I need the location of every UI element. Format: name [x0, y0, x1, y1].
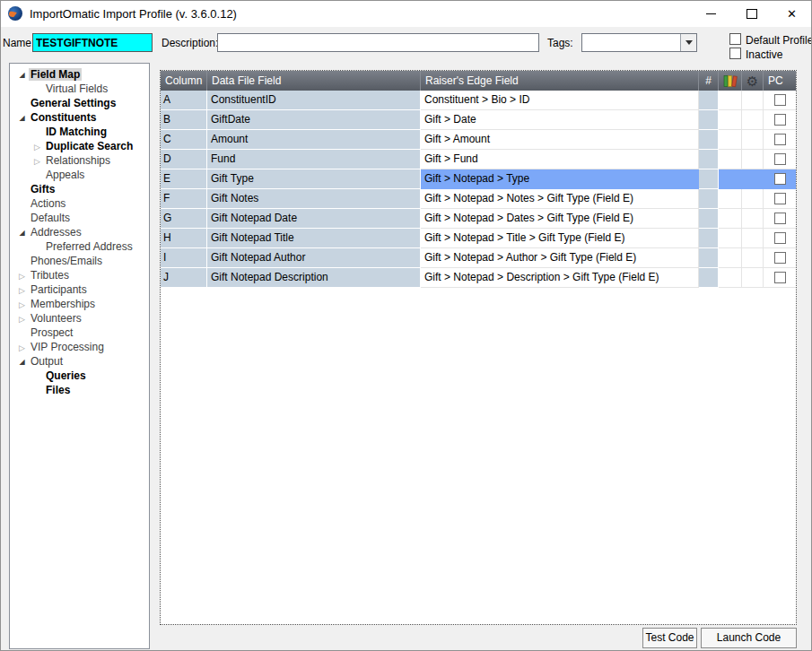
cell-dictionary[interactable] — [719, 189, 742, 209]
sidebar-item-constituents[interactable]: Constituents — [10, 110, 149, 125]
sidebar-item-vip-processing[interactable]: VIP Processing — [10, 340, 149, 354]
sidebar-item-general-settings[interactable]: General Settings — [10, 96, 149, 110]
sidebar-item-addresses[interactable]: Addresses — [10, 225, 149, 239]
cell-number[interactable] — [699, 189, 719, 209]
pc-checkbox[interactable] — [774, 193, 786, 204]
cell-data-file-field[interactable]: Fund — [207, 150, 421, 169]
cell-column-letter[interactable]: D — [161, 150, 207, 169]
sidebar-item-output[interactable]: Output — [10, 354, 149, 369]
sidebar-item-memberships[interactable]: Memberships — [10, 297, 149, 311]
cell-data-file-field[interactable]: GiftDate — [207, 110, 421, 130]
pc-checkbox[interactable] — [774, 134, 786, 145]
cell-function[interactable] — [742, 189, 764, 209]
cell-number[interactable] — [699, 130, 719, 150]
sidebar-item-duplicate-search[interactable]: Duplicate Search — [10, 139, 149, 153]
sidebar-item-appeals[interactable]: Appeals — [10, 168, 149, 182]
cell-raisers-edge-field[interactable]: Gift > Date — [421, 110, 699, 130]
cell-dictionary[interactable] — [719, 268, 742, 288]
minimize-button[interactable] — [691, 0, 731, 27]
cell-raisers-edge-field[interactable]: Gift > Amount — [421, 130, 699, 150]
cell-number[interactable] — [699, 248, 719, 268]
pc-checkbox[interactable] — [774, 213, 786, 224]
cell-function[interactable] — [742, 110, 764, 130]
sidebar-item-files[interactable]: Files — [10, 383, 149, 397]
cell-function[interactable] — [742, 130, 764, 150]
close-button[interactable]: ✕ — [772, 0, 812, 27]
name-input[interactable] — [32, 33, 153, 52]
cell-data-file-field[interactable]: Gift Notepad Date — [207, 209, 421, 229]
cell-data-file-field[interactable]: Gift Notepad Description — [207, 268, 421, 288]
sidebar-item-queries[interactable]: Queries — [10, 369, 149, 383]
tags-dropdown[interactable] — [581, 33, 697, 52]
cell-number[interactable] — [699, 150, 719, 169]
cell-number[interactable] — [699, 169, 719, 189]
tags-dropdown-button[interactable] — [680, 34, 696, 51]
cell-data-file-field[interactable]: Gift Type — [207, 169, 421, 189]
cell-raisers-edge-field[interactable]: Gift > Notepad > Title > Gift Type (Fiel… — [421, 229, 699, 248]
cell-function[interactable] — [742, 209, 764, 229]
cell-column-letter[interactable]: I — [161, 248, 207, 268]
inactive-checkbox[interactable] — [729, 48, 741, 59]
cell-data-file-field[interactable]: Gift Notes — [207, 189, 421, 209]
maximize-button[interactable] — [731, 0, 772, 27]
sidebar-item-participants[interactable]: Participants — [10, 282, 149, 297]
test-code-button[interactable]: Test Code — [642, 628, 697, 648]
sidebar-item-volunteers[interactable]: Volunteers — [10, 311, 149, 326]
cell-number[interactable] — [699, 91, 719, 110]
sidebar-item-relationships[interactable]: Relationships — [10, 153, 149, 168]
cell-function[interactable] — [742, 150, 764, 169]
sidebar-item-virtual-fields[interactable]: Virtual Fields — [10, 82, 149, 96]
cell-column-letter[interactable]: E — [161, 169, 207, 189]
pc-checkbox[interactable] — [774, 173, 786, 185]
cell-column-letter[interactable]: A — [161, 91, 207, 110]
cell-dictionary[interactable] — [719, 209, 742, 229]
pc-checkbox[interactable] — [774, 114, 786, 126]
cell-number[interactable] — [699, 110, 719, 130]
cell-raisers-edge-field[interactable]: Gift > Notepad > Author > Gift Type (Fie… — [421, 248, 699, 268]
cell-dictionary[interactable] — [719, 229, 742, 248]
cell-dictionary[interactable] — [719, 130, 742, 150]
sidebar-item-phones-emails[interactable]: Phones/Emails — [10, 254, 149, 268]
pc-checkbox[interactable] — [774, 94, 786, 106]
cell-column-letter[interactable]: H — [161, 229, 207, 248]
cell-dictionary[interactable] — [719, 150, 742, 169]
cell-raisers-edge-field[interactable]: Gift > Notepad > Description > Gift Type… — [421, 268, 699, 288]
pc-checkbox[interactable] — [774, 232, 786, 244]
sidebar-item-actions[interactable]: Actions — [10, 196, 149, 211]
cell-raisers-edge-field[interactable]: Gift > Fund — [421, 150, 699, 169]
cell-dictionary[interactable] — [719, 169, 742, 189]
sidebar-item-preferred-address[interactable]: Preferred Address — [10, 239, 149, 254]
sidebar-item-gifts[interactable]: Gifts — [10, 182, 149, 196]
cell-column-letter[interactable]: J — [161, 268, 207, 288]
cell-function[interactable] — [742, 268, 764, 288]
cell-function[interactable] — [742, 169, 764, 189]
sidebar-item-tributes[interactable]: Tributes — [10, 268, 149, 282]
cell-data-file-field[interactable]: Gift Notepad Title — [207, 229, 421, 248]
cell-dictionary[interactable] — [719, 110, 742, 130]
sidebar-item-field-map[interactable]: Field Map — [10, 67, 149, 82]
cell-column-letter[interactable]: B — [161, 110, 207, 130]
cell-data-file-field[interactable]: Amount — [207, 130, 421, 150]
cell-number[interactable] — [699, 268, 719, 288]
cell-raisers-edge-field[interactable]: Gift > Notepad > Notes > Gift Type (Fiel… — [421, 189, 699, 209]
sidebar-item-defaults[interactable]: Defaults — [10, 211, 149, 225]
cell-raisers-edge-field[interactable]: Gift > Notepad > Dates > Gift Type (Fiel… — [421, 209, 699, 229]
cell-number[interactable] — [699, 229, 719, 248]
default-profile-checkbox[interactable] — [729, 33, 741, 45]
cell-raisers-edge-field[interactable]: Gift > Notepad > Type — [421, 169, 699, 189]
description-input[interactable] — [217, 33, 539, 52]
cell-column-letter[interactable]: F — [161, 189, 207, 209]
cell-function[interactable] — [742, 229, 764, 248]
cell-function[interactable] — [742, 91, 764, 110]
cell-raisers-edge-field[interactable]: Constituent > Bio > ID — [421, 91, 699, 110]
sidebar-item-prospect[interactable]: Prospect — [10, 326, 149, 340]
cell-data-file-field[interactable]: Gift Notepad Author — [207, 248, 421, 268]
cell-column-letter[interactable]: G — [161, 209, 207, 229]
cell-data-file-field[interactable]: ConstituentID — [207, 91, 421, 110]
pc-checkbox[interactable] — [774, 252, 786, 264]
cell-number[interactable] — [699, 209, 719, 229]
pc-checkbox[interactable] — [774, 272, 786, 283]
cell-column-letter[interactable]: C — [161, 130, 207, 150]
sidebar-item-id-matching[interactable]: ID Matching — [10, 125, 149, 139]
cell-dictionary[interactable] — [719, 248, 742, 268]
